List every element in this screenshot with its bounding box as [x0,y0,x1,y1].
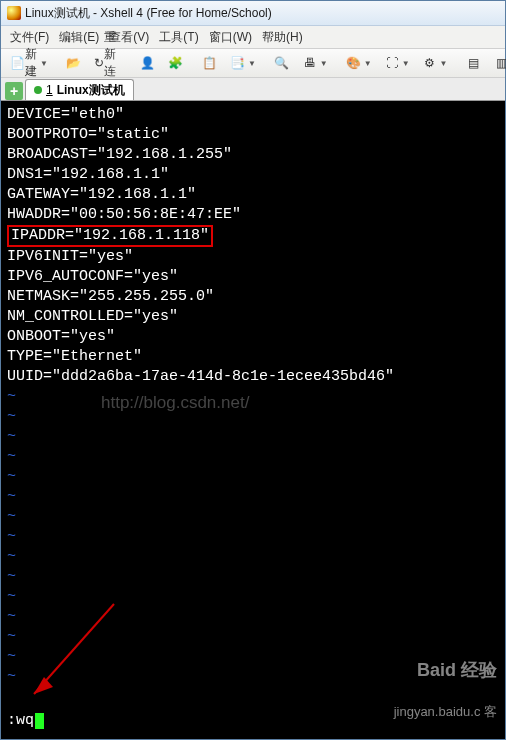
settings-button[interactable]: ⚙▼ [417,51,453,75]
cursor-icon [35,713,44,729]
chevron-down-icon: ▼ [440,59,448,68]
palette-icon: 🎨 [346,55,362,71]
watermark-blog: http://blog.csdn.net/ [101,393,249,413]
menu-window[interactable]: 窗口(W) [204,27,257,48]
config-line: IPV6INIT="yes" [7,248,133,265]
config-line: NETMASK="255.255.255.0" [7,288,214,305]
config-line: UUID="ddd2a6ba-17ae-414d-8c1e-1ecee435bd… [7,368,394,385]
chevron-down-icon: ▼ [320,59,328,68]
folder-open-icon: 📂 [66,55,82,71]
vi-tilde: ~ [7,508,16,525]
profile-icon: 👤 [140,55,156,71]
paste-button[interactable]: 📑▼ [225,51,261,75]
tile-v-button[interactable]: ▥ [489,51,506,75]
vi-tilde: ~ [7,408,16,425]
reconnect-icon: ↻ [94,55,104,71]
new-session-button[interactable]: 📄 新建 ▼ [5,51,53,75]
fullscreen-icon: ⛶ [384,55,400,71]
config-line: DNS1="192.168.1.1" [7,166,169,183]
menu-tools[interactable]: 工具(T) [154,27,203,48]
tile-h-button[interactable]: ▤ [461,51,487,75]
add-tab-button[interactable]: + [5,82,23,100]
chevron-down-icon: ▼ [402,59,410,68]
config-line: NM_CONTROLLED="yes" [7,308,178,325]
vi-tilde: ~ [7,428,16,445]
toolbar: 📄 新建 ▼ 📂 ↻ 重新连接 👤 🧩 📋 📑▼ 🔍 🖶▼ 🎨▼ ⛶▼ ⚙▼ ▤… [1,49,505,78]
chevron-down-icon: ▼ [40,59,48,68]
vi-tilde: ~ [7,528,16,545]
vi-tilde: ~ [7,608,16,625]
new-session-label: 新建 [25,46,38,80]
reconnect-button[interactable]: ↻ 重新连接 [89,51,127,75]
vi-tilde: ~ [7,468,16,485]
tab-label: Linux测试机 [57,82,125,99]
print-icon: 🖶 [302,55,318,71]
print-button[interactable]: 🖶▼ [297,51,333,75]
window-title: Linux测试机 - Xshell 4 (Free for Home/Schoo… [25,5,272,22]
transfer-button[interactable]: 🧩 [163,51,189,75]
profile-button[interactable]: 👤 [135,51,161,75]
tile-vertical-icon: ▥ [494,55,506,71]
chevron-down-icon: ▼ [248,59,256,68]
config-line: HWADDR="00:50:56:8E:47:EE" [7,206,241,223]
color-button[interactable]: 🎨▼ [341,51,377,75]
config-line: DEVICE="eth0" [7,106,124,123]
vi-tilde: ~ [7,488,16,505]
menu-file[interactable]: 文件(F) [5,27,54,48]
vi-command: :wq [7,712,34,729]
transfer-icon: 🧩 [168,55,184,71]
vi-command-line: :wq [7,711,44,731]
fullscreen-button[interactable]: ⛶▼ [379,51,415,75]
copy-button[interactable]: 📋 [197,51,223,75]
new-file-icon: 📄 [10,55,25,71]
title-bar: Linux测试机 - Xshell 4 (Free for Home/Schoo… [1,1,505,26]
open-button[interactable]: 📂 [61,51,87,75]
copy-icon: 📋 [202,55,218,71]
menu-help[interactable]: 帮助(H) [257,27,308,48]
vi-tilde: ~ [7,668,16,685]
paste-icon: 📑 [230,55,246,71]
svg-marker-1 [34,677,53,694]
app-icon [7,6,21,20]
config-line: ONBOOT="yes" [7,328,115,345]
gear-icon: ⚙ [422,55,438,71]
config-line: TYPE="Ethernet" [7,348,142,365]
search-button[interactable]: 🔍 [269,51,295,75]
svg-line-0 [34,604,114,694]
vi-tilde: ~ [7,628,16,645]
menu-edit[interactable]: 编辑(E) [54,27,104,48]
config-line: GATEWAY="192.168.1.1" [7,186,196,203]
vi-tilde: ~ [7,648,16,665]
vi-tilde: ~ [7,568,16,585]
terminal[interactable]: DEVICE="eth0" BOOTPROTO="static" BROADCA… [1,101,505,739]
annotation-arrow-icon [19,599,129,709]
status-dot-icon [34,86,42,94]
tile-horizontal-icon: ▤ [466,55,482,71]
vi-tilde: ~ [7,388,16,405]
search-icon: 🔍 [274,55,290,71]
vi-tilde: ~ [7,548,16,565]
config-line: IPV6_AUTOCONF="yes" [7,268,178,285]
config-line-highlighted: IPADDR="192.168.1.118" [7,225,213,247]
chevron-down-icon: ▼ [364,59,372,68]
watermark-brand: Baid 经验 jingyan.baidu.c 客 [394,635,497,733]
watermark-brand-sub: jingyan.baidu.c 客 [394,705,497,719]
vi-tilde: ~ [7,588,16,605]
config-line: BOOTPROTO="static" [7,126,169,143]
session-tab[interactable]: 1 Linux测试机 [25,79,134,100]
tab-index: 1 [46,83,53,97]
menu-bar: 文件(F) 编辑(E) 查看(V) 工具(T) 窗口(W) 帮助(H) [1,26,505,49]
watermark-brand-text: Baid 经验 [394,663,497,677]
tab-bar: + 1 Linux测试机 [1,78,505,101]
config-line: BROADCAST="192.168.1.255" [7,146,232,163]
vi-tilde: ~ [7,448,16,465]
